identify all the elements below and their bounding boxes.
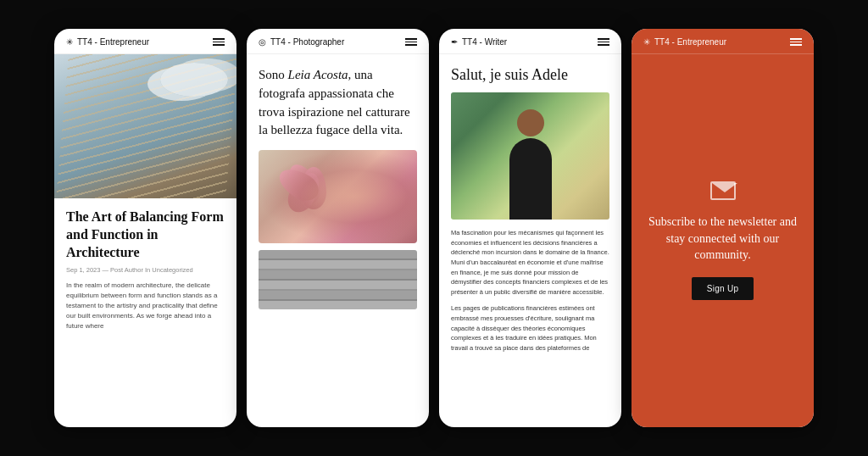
petal-2 xyxy=(301,167,326,209)
header-text-1: TT4 - Entrepreneur xyxy=(77,37,149,47)
writer-body-text-1: Ma fascination pour les mécanismes qui f… xyxy=(451,228,609,297)
phone-writer: ✒ TT4 - Writer Salut, je suis Adele Ma f… xyxy=(439,29,621,427)
newsletter-section: Subscribe to the newsletter and stay con… xyxy=(632,54,814,427)
steps-image xyxy=(259,250,417,309)
phone-content-4: Subscribe to the newsletter and stay con… xyxy=(632,54,814,427)
flower-petals xyxy=(284,167,352,226)
hamburger-menu-4[interactable] xyxy=(790,38,802,46)
post-content: The Art of Balancing Form and Function i… xyxy=(54,198,236,342)
header-title-4: ✳ TT4 - Entrepreneur xyxy=(643,37,726,47)
portrait-image xyxy=(451,92,609,220)
writer-content: Salut, je suis Adele Ma fascination pour… xyxy=(439,54,621,372)
header-text-4: TT4 - Entrepreneur xyxy=(654,37,726,47)
phone-content-1: The Art of Balancing Form and Function i… xyxy=(54,54,236,427)
photographer-intro: Sono Leia Acosta, una fotografa appassio… xyxy=(259,66,417,140)
flower-image xyxy=(259,150,417,243)
header-title-1: ✳ TT4 - Entrepreneur xyxy=(66,37,149,47)
hamburger-menu-3[interactable] xyxy=(598,38,609,46)
circle-icon: ◎ xyxy=(259,37,266,47)
newsletter-text: Subscribe to the newsletter and stay con… xyxy=(648,214,797,264)
person-silhouette xyxy=(501,109,560,220)
photographer-content: Sono Leia Acosta, una fotografa appassio… xyxy=(247,54,429,321)
post-meta: Sep 1, 2023 — Post Author In Uncategoriz… xyxy=(66,266,225,274)
phone-content-2: Sono Leia Acosta, una fotografa appassio… xyxy=(247,54,429,427)
clouds xyxy=(160,63,228,97)
writer-body-text-2: Les pages de publications financières es… xyxy=(451,303,609,353)
phone-photographer: ◎ TT4 - Photographer Sono Leia Acosta, u… xyxy=(247,29,429,427)
phone-header-2: ◎ TT4 - Photographer xyxy=(247,29,429,54)
phone-header-1: ✳ TT4 - Entrepreneur xyxy=(54,29,236,54)
phone-entrepreneur-2: ✳ TT4 - Entrepreneur Subscribe to the ne… xyxy=(632,29,814,427)
writer-greeting: Salut, je suis Adele xyxy=(451,66,609,84)
hamburger-menu-2[interactable] xyxy=(405,38,417,46)
header-text-3: TT4 - Writer xyxy=(462,37,507,47)
petal-3 xyxy=(282,168,326,217)
petal-1 xyxy=(282,159,326,209)
pen-icon: ✒ xyxy=(451,37,458,47)
header-title-3: ✒ TT4 - Writer xyxy=(451,37,507,47)
header-text-2: TT4 - Photographer xyxy=(270,37,344,47)
header-title-2: ◎ TT4 - Photographer xyxy=(259,37,344,47)
person-head xyxy=(517,109,544,136)
asterisk-icon-1: ✳ xyxy=(66,37,73,47)
asterisk-icon-2: ✳ xyxy=(643,37,650,47)
envelope-icon xyxy=(710,181,736,200)
person-body xyxy=(509,138,552,220)
post-excerpt: In the realm of modern architecture, the… xyxy=(66,281,225,331)
phone-entrepreneur-1: ✳ TT4 - Entrepreneur The Art of Balancin… xyxy=(54,29,236,427)
phone-header-3: ✒ TT4 - Writer xyxy=(439,29,621,54)
phone-content-3: Salut, je suis Adele Ma fascination pour… xyxy=(439,54,621,427)
petal-4 xyxy=(274,163,323,206)
phone-header-4: ✳ TT4 - Entrepreneur xyxy=(632,29,814,54)
signup-button[interactable]: Sign Up xyxy=(692,277,754,300)
hero-image-1 xyxy=(54,54,236,198)
post-title: The Art of Balancing Form and Function i… xyxy=(66,209,225,261)
hamburger-menu-1[interactable] xyxy=(213,38,225,46)
phones-container: ✳ TT4 - Entrepreneur The Art of Balancin… xyxy=(37,12,831,444)
